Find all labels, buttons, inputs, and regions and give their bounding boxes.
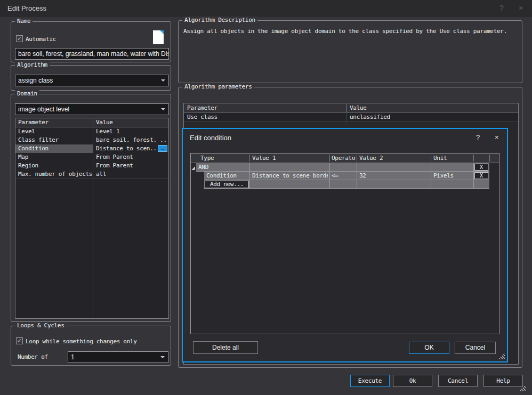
- chevron-down-icon: [161, 108, 165, 110]
- table-row[interactable]: Level Level 1: [15, 127, 168, 136]
- condition-type: Condition: [206, 172, 249, 180]
- dialog-help-icon[interactable]: ?: [476, 133, 480, 141]
- dialog-ok-button[interactable]: OK: [409, 342, 449, 354]
- cell-divider: [329, 163, 330, 171]
- table-row[interactable]: Max. number of objects all: [15, 170, 168, 179]
- cell-divider: [329, 172, 330, 180]
- header-divider: [329, 155, 330, 162]
- header-divider: [357, 155, 357, 162]
- cell-divider: [249, 180, 250, 188]
- domain-group-label: Domain: [15, 90, 39, 97]
- name-input[interactable]: bare soil, forest, grassland, man made, …: [15, 48, 169, 60]
- row-parameter: Region: [18, 162, 92, 170]
- row-value: bare soil, forest, ...: [96, 136, 167, 144]
- dialog-resize-grip[interactable]: [498, 353, 505, 359]
- new-document-icon[interactable]: [153, 30, 164, 44]
- window-help-icon[interactable]: ?: [495, 4, 509, 13]
- row-parameter: Condition: [15, 144, 93, 153]
- window-title: Edit Process: [7, 4, 46, 12]
- name-input-value: bare soil, forest, grassland, man made, …: [18, 50, 169, 58]
- domain-dropdown[interactable]: image object level: [15, 103, 169, 115]
- condition-value1: Distance to scene border: [252, 172, 328, 180]
- row-parameter: Max. number of objects: [18, 170, 92, 179]
- header-operator: Operator: [332, 154, 356, 163]
- header-divider: [346, 104, 347, 112]
- expander-icon[interactable]: [191, 166, 195, 170]
- cell-divider: [431, 163, 431, 171]
- cell-divider: [473, 163, 474, 171]
- header-divider: [249, 155, 250, 162]
- table-row[interactable]: Use class unclassified: [184, 113, 518, 122]
- header-value2: Value 2: [359, 154, 429, 163]
- condition-unit: Pixels: [433, 172, 472, 180]
- dialog-cancel-button[interactable]: Cancel: [455, 342, 496, 354]
- chevron-down-icon: [160, 356, 165, 358]
- delete-condition-button[interactable]: X: [474, 172, 488, 179]
- name-group-label: Name: [15, 18, 33, 25]
- row-parameter: Level: [18, 127, 92, 136]
- add-new-row: Add new...: [204, 180, 489, 189]
- edit-process-window: { "window": { "title": "Edit Process", "…: [0, 0, 532, 395]
- condition-row[interactable]: Condition Distance to scene border <= 32…: [204, 172, 489, 180]
- table-row[interactable]: Map From Parent: [15, 153, 168, 162]
- domain-table-header: Parameter Value: [15, 118, 168, 127]
- window-close-icon[interactable]: ×: [514, 4, 528, 13]
- row-value: Distance to scen...: [96, 144, 156, 153]
- number-of-label: Number of: [18, 353, 48, 360]
- row-parameter: Map: [18, 153, 92, 162]
- parameters-table-header: Parameter Value: [184, 103, 518, 113]
- domain-dropdown-value: image object level: [18, 106, 69, 113]
- window-titlebar[interactable]: Edit Process ? ×: [0, 0, 532, 17]
- condition-table: Type Value 1 Operator Value 2 Unit AND X…: [190, 153, 499, 334]
- header-value: Value: [96, 118, 165, 127]
- table-row[interactable]: Class filter bare soil, forest, ...: [15, 136, 168, 144]
- header-value: Value: [350, 104, 510, 112]
- and-row[interactable]: AND X: [196, 163, 489, 172]
- cell-divider: [473, 172, 474, 180]
- domain-group: Domain image object level Parameter Valu…: [11, 94, 171, 322]
- automatic-checkbox[interactable]: ✓: [16, 35, 23, 42]
- header-value1: Value 1: [252, 154, 327, 163]
- header-divider: [473, 155, 474, 162]
- algorithm-group-label: Algorithm: [15, 61, 50, 68]
- dialog-close-icon[interactable]: ×: [495, 133, 499, 141]
- delete-all-button[interactable]: Delete all: [193, 341, 258, 354]
- execute-button[interactable]: Execute: [350, 375, 390, 387]
- domain-parameter-table: Parameter Value Level Level 1 Class filt…: [15, 118, 169, 319]
- help-button[interactable]: Help: [483, 375, 523, 387]
- row-parameter: Use class: [187, 113, 342, 122]
- table-row[interactable]: Region From Parent: [15, 162, 168, 170]
- condition-value2: 32: [359, 172, 429, 180]
- cell-divider: [329, 180, 330, 188]
- header-divider: [93, 119, 93, 126]
- name-group: Name ✓ Automatic bare soil, forest, gras…: [11, 21, 171, 62]
- algorithm-dropdown-value: assign class: [18, 77, 53, 84]
- algorithm-dropdown[interactable]: assign class: [15, 75, 169, 86]
- header-type: Type: [200, 154, 247, 163]
- algorithm-group: Algorithm assign class: [11, 65, 171, 91]
- loop-label: Loop while something changes only: [26, 338, 137, 345]
- loop-checkbox[interactable]: ✓: [16, 337, 23, 344]
- cell-divider: [473, 180, 474, 188]
- cancel-button[interactable]: Cancel: [438, 375, 478, 387]
- loops-group: Loops & Cycles ✓ Loop while something ch…: [11, 326, 171, 366]
- row-parameter: Class filter: [18, 136, 92, 144]
- delete-and-button[interactable]: X: [474, 164, 488, 171]
- and-row-type: AND: [198, 163, 252, 172]
- add-new-button[interactable]: Add new...: [205, 181, 249, 188]
- chevron-down-icon: [161, 79, 165, 82]
- number-of-dropdown[interactable]: 1: [68, 351, 168, 363]
- condition-ellipsis-button[interactable]: ..: [158, 145, 167, 152]
- loops-group-label: Loops & Cycles: [15, 322, 67, 329]
- dialog-titlebar[interactable]: [183, 129, 507, 147]
- row-value: From Parent: [96, 153, 167, 162]
- dialog-title: Edit condition: [190, 134, 231, 142]
- automatic-label: Automatic: [26, 36, 56, 43]
- table-row-condition-selected[interactable]: Condition Distance to scen... ..: [15, 144, 168, 153]
- ok-button[interactable]: Ok: [393, 375, 432, 387]
- row-value: From Parent: [96, 162, 167, 170]
- header-parameter: Parameter: [18, 118, 92, 127]
- document-fold-icon: [160, 30, 164, 34]
- cell-divider: [431, 172, 431, 180]
- number-of-value: 1: [71, 353, 75, 361]
